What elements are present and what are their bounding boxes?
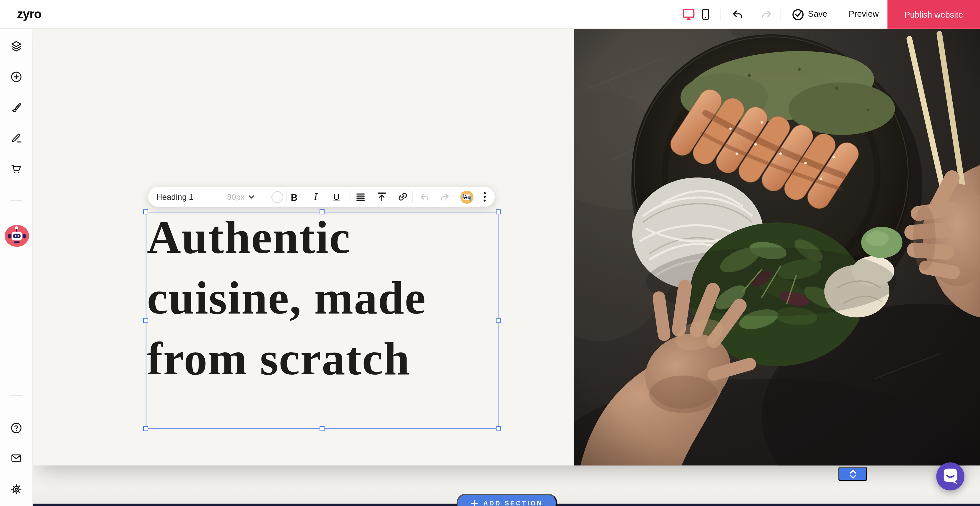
hero-section[interactable]: Authentic cuisine, made from scratch Hea… (33, 29, 980, 465)
cart-icon (10, 162, 23, 175)
sidebar-item-styles[interactable] (10, 101, 23, 114)
align-justify-icon (356, 192, 365, 201)
publish-website-button[interactable]: Publish website (887, 0, 980, 29)
preview-button[interactable]: Preview (849, 10, 879, 19)
toolbar-undo-button[interactable] (419, 187, 430, 207)
hero-food-image[interactable] (574, 29, 980, 465)
link-icon (398, 192, 408, 202)
builder-sidebar (0, 29, 33, 506)
help-icon (10, 422, 23, 434)
sidebar-item-add-element[interactable] (10, 71, 23, 83)
font-size-dropdown[interactable] (248, 187, 255, 207)
resize-handle[interactable] (143, 426, 148, 431)
sidebar-item-edit-text[interactable] (10, 132, 23, 144)
save-label[interactable]: Save (808, 10, 827, 19)
heading-line: from scratch (147, 328, 426, 389)
color-swatch (272, 191, 283, 203)
resize-handle[interactable] (143, 318, 148, 323)
save-check-icon (791, 8, 805, 21)
add-section-label: ADD SECTION (483, 500, 543, 506)
sidebar-item-ai-assistant[interactable] (5, 225, 29, 247)
redo-button[interactable] (760, 8, 774, 21)
heading-line: Authentic (147, 207, 426, 267)
pencil-icon (10, 132, 23, 144)
topbar-divider (672, 8, 672, 21)
ai-text-generator-button[interactable]: Aa (460, 187, 474, 207)
undo-button[interactable] (730, 8, 745, 21)
hero-heading[interactable]: Authentic cuisine, made from scratch (147, 207, 426, 389)
mobile-view-button[interactable] (698, 8, 712, 21)
canvas-workspace: Authentic cuisine, made from scratch Hea… (33, 29, 980, 506)
resize-handle[interactable] (496, 426, 501, 431)
save-button[interactable] (791, 8, 805, 21)
toolbar-divider (455, 191, 455, 203)
kebab-menu-icon (484, 192, 486, 202)
top-bar: zyro (0, 0, 980, 29)
more-options-button[interactable] (484, 187, 486, 207)
desktop-view-button[interactable] (682, 8, 695, 21)
mobile-icon (699, 8, 712, 21)
redo-icon (760, 8, 773, 21)
heading-line: cuisine, made (147, 267, 426, 328)
underline-button[interactable]: U (333, 187, 340, 207)
align-top-icon (377, 192, 387, 202)
desktop-icon (682, 8, 695, 21)
resize-handle[interactable] (320, 209, 325, 214)
sidebar-divider (10, 200, 23, 201)
plus-icon (471, 500, 478, 506)
font-size-value[interactable]: 80px (227, 187, 245, 207)
zyro-logo[interactable]: zyro (17, 7, 41, 21)
chevron-down-icon (248, 195, 255, 199)
text-align-button[interactable] (356, 187, 365, 207)
undo-icon (419, 192, 430, 202)
chat-widget-button[interactable] (936, 463, 964, 491)
sidebar-item-layers[interactable] (10, 40, 23, 52)
topbar-divider (720, 8, 720, 21)
reorder-section-button[interactable] (838, 466, 867, 481)
svg-text:Aa: Aa (464, 194, 470, 199)
vertical-align-top-button[interactable] (377, 187, 387, 207)
sidebar-divider (10, 395, 23, 396)
ai-assistant-avatar-icon (5, 225, 29, 247)
link-button[interactable] (398, 187, 408, 207)
add-section-button[interactable]: ADD SECTION (457, 494, 557, 506)
ai-text-badge-icon: Aa (460, 190, 474, 203)
resize-handle[interactable] (320, 426, 325, 431)
toolbar-divider (286, 191, 287, 203)
resize-handle[interactable] (496, 209, 501, 214)
chat-bubble-icon (936, 463, 964, 491)
text-style-dropdown[interactable]: Heading 1 (156, 187, 194, 207)
italic-button[interactable]: I (314, 187, 317, 207)
bold-button[interactable]: B (291, 187, 298, 207)
resize-handle[interactable] (143, 209, 148, 214)
sidebar-item-contact[interactable] (10, 452, 23, 464)
sidebar-item-store[interactable] (10, 162, 23, 175)
text-color-picker[interactable] (272, 187, 283, 207)
toolbar-divider (478, 191, 479, 203)
resize-handle[interactable] (496, 318, 501, 323)
zyro-builder: zyro (0, 0, 980, 506)
toolbar-divider (350, 191, 350, 203)
move-up-down-icon (848, 468, 857, 479)
undo-icon (731, 8, 744, 21)
toolbar-divider (412, 191, 413, 203)
add-circle-icon (10, 71, 23, 83)
sidebar-item-settings[interactable] (10, 483, 23, 496)
sidebar-item-help[interactable] (10, 422, 23, 434)
topbar-divider (781, 8, 781, 21)
mail-icon (10, 452, 23, 464)
settings-icon (10, 483, 23, 496)
text-toolbar: Heading 1 80px B I U (148, 187, 495, 207)
paintbrush-icon (10, 101, 23, 114)
layers-icon (10, 40, 23, 52)
toolbar-redo-button[interactable] (440, 187, 450, 207)
redo-icon (440, 192, 450, 202)
